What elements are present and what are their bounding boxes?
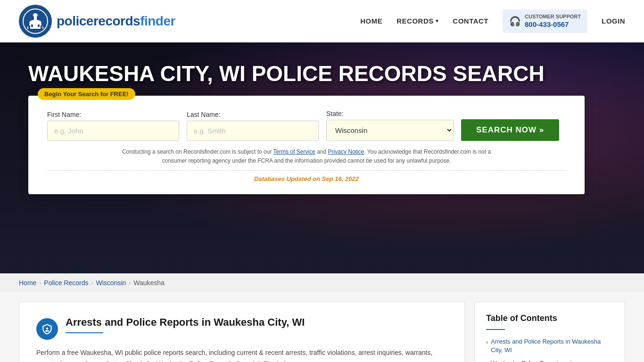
- toc-divider: [486, 329, 505, 330]
- logo-text: policerecordsfinder: [57, 14, 175, 29]
- last-name-input[interactable]: [187, 121, 319, 141]
- toc-panel: Table of Contents ›Arrests and Police Re…: [474, 302, 625, 362]
- breadcrumb-sep-2: ›: [91, 280, 93, 286]
- article-body: Perform a free Waukesha, WI public polic…: [36, 347, 447, 362]
- svg-rect-7: [31, 25, 33, 27]
- terms-link[interactable]: Terms of Service: [273, 148, 315, 155]
- toc-item[interactable]: ›Arrests and Police Reports in Waukesha …: [486, 337, 613, 354]
- toc-link[interactable]: Waukesha Police Departments: [491, 359, 575, 362]
- state-field: State: AlabamaAlaskaArizonaArkansasCalif…: [326, 110, 454, 141]
- login-button[interactable]: LOGIN: [602, 17, 625, 25]
- search-button[interactable]: SEARCH NOW »: [461, 119, 559, 141]
- svg-point-5: [33, 13, 38, 17]
- nav-contact[interactable]: CONTACT: [453, 17, 488, 25]
- article-title: Arrests and Police Reports in Waukesha C…: [66, 316, 305, 329]
- breadcrumb-sep-3: ›: [129, 280, 131, 286]
- search-row: First Name: Last Name: State: AlabamaAla…: [47, 110, 566, 141]
- nav-records[interactable]: RECORDS ▾: [396, 17, 438, 25]
- nav-home[interactable]: HOME: [360, 17, 382, 25]
- toc-list: ›Arrests and Police Reports in Waukesha …: [486, 337, 613, 362]
- customer-support[interactable]: 🎧 CUSTOMER SUPPORT 800-433-0567: [503, 9, 587, 33]
- disclaimer-text: Conducting a search on Recordsfinder.com…: [113, 148, 500, 165]
- toc-link[interactable]: Arrests and Police Reports in Waukesha C…: [491, 337, 613, 354]
- free-badge: Begin Your Search for FREE!: [38, 88, 135, 100]
- support-text: CUSTOMER SUPPORT 800-433-0567: [525, 13, 581, 29]
- privacy-link[interactable]: Privacy Notice: [328, 148, 364, 155]
- last-name-label: Last Name:: [187, 111, 319, 118]
- article-title-underline: [66, 332, 103, 333]
- breadcrumb-current: Waukesha: [133, 279, 165, 287]
- article-title-block: Arrests and Police Reports in Waukesha C…: [66, 316, 305, 333]
- main-nav: HOME RECORDS ▾ CONTACT 🎧 CUSTOMER SUPPOR…: [360, 9, 625, 33]
- headset-icon: 🎧: [509, 16, 521, 27]
- svg-rect-6: [28, 25, 30, 29]
- hero-section: WAUKESHA CITY, WI POLICE RECORDS SEARCH …: [0, 42, 644, 273]
- hero-title: WAUKESHA CITY, WI POLICE RECORDS SEARCH: [28, 61, 545, 86]
- first-name-label: First Name:: [47, 111, 179, 118]
- breadcrumb-sep-1: ›: [39, 280, 41, 286]
- badge-icon: [36, 318, 58, 340]
- state-select[interactable]: AlabamaAlaskaArizonaArkansasCaliforniaCo…: [326, 120, 454, 141]
- first-name-field: First Name:: [47, 111, 179, 141]
- breadcrumb-state[interactable]: Wisconsin: [96, 279, 126, 287]
- last-name-field: Last Name:: [187, 111, 319, 141]
- svg-rect-9: [41, 25, 42, 29]
- chevron-right-icon: ›: [486, 360, 488, 362]
- main-content: Arrests and Police Reports in Waukesha C…: [0, 292, 644, 362]
- logo-icon: [19, 5, 52, 38]
- state-label: State:: [326, 110, 454, 117]
- chevron-right-icon: ›: [486, 338, 488, 346]
- article-panel: Arrests and Police Reports in Waukesha C…: [19, 302, 465, 362]
- toc-item[interactable]: ›Waukesha Police Departments: [486, 359, 613, 362]
- first-name-input[interactable]: [47, 121, 179, 141]
- shield-badge-icon: [41, 323, 53, 335]
- logo-area[interactable]: policerecordsfinder: [19, 5, 175, 38]
- breadcrumb-home[interactable]: Home: [19, 279, 36, 287]
- article-header: Arrests and Police Reports in Waukesha C…: [36, 316, 447, 340]
- toc-title: Table of Contents: [486, 313, 613, 323]
- breadcrumb: Home › Police Records › Wisconsin › Wauk…: [0, 273, 644, 292]
- breadcrumb-police-records[interactable]: Police Records: [44, 279, 88, 287]
- svg-rect-8: [38, 25, 40, 27]
- search-container: Begin Your Search for FREE! First Name: …: [28, 96, 585, 194]
- site-header: policerecordsfinder HOME RECORDS ▾ CONTA…: [0, 0, 644, 42]
- db-updated: Databases Updated on Sep 16, 2022: [47, 170, 566, 182]
- chevron-down-icon: ▾: [436, 18, 439, 24]
